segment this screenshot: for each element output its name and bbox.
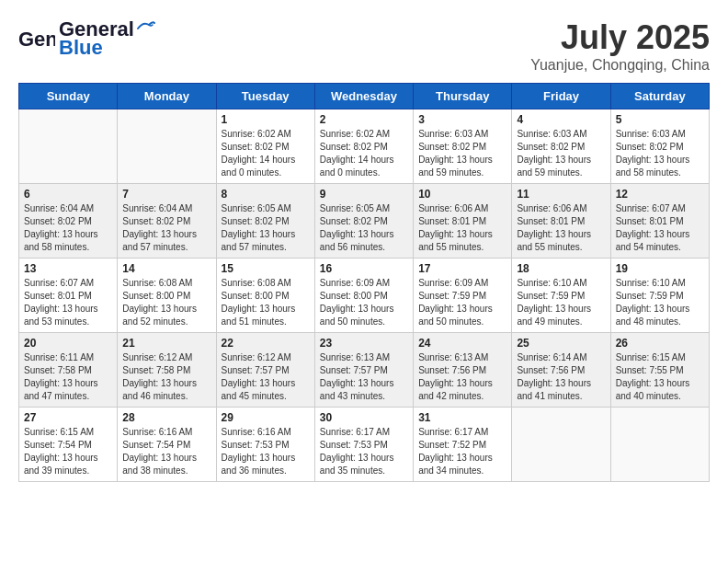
day-number: 4 [517,113,605,126]
day-info: Sunset: 7:55 PM [616,364,704,377]
day-info: Sunset: 8:00 PM [122,290,210,303]
day-number: 26 [616,337,704,350]
table-cell: 14Sunrise: 6:08 AMSunset: 8:00 PMDayligh… [118,259,216,333]
day-info: and 42 minutes. [418,390,506,403]
day-info: Sunrise: 6:15 AM [24,426,112,439]
table-cell: 20Sunrise: 6:11 AMSunset: 7:58 PMDayligh… [19,333,118,408]
day-number: 7 [122,188,210,201]
table-cell: 10Sunrise: 6:06 AMSunset: 8:01 PMDayligh… [414,184,512,259]
day-info: Sunrise: 6:02 AM [222,128,310,141]
day-info: and 41 minutes. [517,390,605,403]
day-info: Daylight: 13 hours [517,377,605,390]
day-info: Sunrise: 6:06 AM [517,202,605,215]
day-info: Daylight: 14 hours [222,154,310,167]
col-thursday: Thursday [414,84,512,109]
day-info: and 59 minutes. [517,167,605,179]
col-wednesday: Wednesday [314,84,413,109]
day-info: Sunset: 7:58 PM [24,364,112,377]
day-info: Sunrise: 6:08 AM [222,277,310,290]
day-info: Sunset: 8:00 PM [320,290,408,303]
day-info: Daylight: 13 hours [222,452,310,465]
day-info: Daylight: 13 hours [24,452,112,465]
calendar-week-3: 13Sunrise: 6:07 AMSunset: 8:01 PMDayligh… [19,259,710,333]
day-info: Sunset: 7:57 PM [222,364,310,377]
calendar-week-2: 6Sunrise: 6:04 AMSunset: 8:02 PMDaylight… [19,184,710,259]
day-info: and 34 minutes. [418,465,506,477]
day-info: Sunrise: 6:04 AM [122,202,210,215]
day-info: and 58 minutes. [616,167,704,179]
day-number: 6 [24,188,112,201]
logo: Gen General Blue [18,18,156,59]
day-number: 3 [418,113,506,126]
table-cell [512,408,610,482]
day-info: Sunrise: 6:16 AM [222,426,310,439]
day-info: Daylight: 13 hours [222,303,310,316]
table-cell: 19Sunrise: 6:10 AMSunset: 7:59 PMDayligh… [610,259,709,333]
day-info: Sunrise: 6:09 AM [418,277,506,290]
day-info: Sunset: 7:59 PM [517,290,605,303]
day-info: and 53 minutes. [24,316,112,328]
day-info: Sunrise: 6:08 AM [122,277,210,290]
day-info: and 46 minutes. [122,390,210,403]
day-info: Sunset: 8:02 PM [122,215,210,228]
day-info: Daylight: 14 hours [320,154,408,167]
day-info: and 54 minutes. [616,241,704,254]
day-number: 25 [517,337,605,350]
day-number: 16 [320,262,408,275]
table-cell: 8Sunrise: 6:05 AMSunset: 8:02 PMDaylight… [216,184,314,259]
day-info: Sunrise: 6:13 AM [320,351,408,364]
day-info: Sunset: 7:56 PM [418,364,506,377]
day-info: Daylight: 13 hours [222,228,310,241]
calendar-subtitle: Yuanjue, Chongqing, China [530,57,710,74]
table-cell: 13Sunrise: 6:07 AMSunset: 8:01 PMDayligh… [19,259,118,333]
table-cell [19,109,118,184]
logo-icon: Gen [18,20,55,57]
day-info: Sunset: 8:01 PM [616,215,704,228]
day-number: 18 [517,262,605,275]
table-cell: 30Sunrise: 6:17 AMSunset: 7:53 PMDayligh… [314,408,413,482]
day-info: Sunrise: 6:10 AM [616,277,704,290]
day-number: 9 [320,188,408,201]
day-info: and 39 minutes. [24,465,112,477]
day-info: Sunset: 8:02 PM [418,141,506,154]
day-info: Sunset: 7:59 PM [616,290,704,303]
day-info: Daylight: 13 hours [418,154,506,167]
svg-text:Gen: Gen [18,28,55,51]
day-number: 1 [222,113,310,126]
day-info: Daylight: 13 hours [616,154,704,167]
table-cell: 9Sunrise: 6:05 AMSunset: 8:02 PMDaylight… [314,184,413,259]
day-info: and 38 minutes. [122,465,210,477]
col-tuesday: Tuesday [216,84,314,109]
table-cell: 5Sunrise: 6:03 AMSunset: 8:02 PMDaylight… [610,109,709,184]
day-number: 14 [122,262,210,275]
calendar-table: Sunday Monday Tuesday Wednesday Thursday… [18,83,710,482]
table-cell: 3Sunrise: 6:03 AMSunset: 8:02 PMDaylight… [414,109,512,184]
day-info: Daylight: 13 hours [517,228,605,241]
day-number: 30 [320,411,408,424]
day-info: Sunrise: 6:12 AM [122,351,210,364]
day-info: Sunrise: 6:03 AM [418,128,506,141]
table-cell: 26Sunrise: 6:15 AMSunset: 7:55 PMDayligh… [610,333,709,408]
day-info: Daylight: 13 hours [517,154,605,167]
day-info: Daylight: 13 hours [418,228,506,241]
day-number: 5 [616,113,704,126]
day-info: Sunrise: 6:07 AM [616,202,704,215]
day-info: Sunset: 8:01 PM [24,290,112,303]
day-info: Sunrise: 6:09 AM [320,277,408,290]
day-info: Daylight: 13 hours [122,228,210,241]
title-block: July 2025 Yuanjue, Chongqing, China [530,18,710,74]
day-number: 12 [616,188,704,201]
day-info: and 59 minutes. [418,167,506,179]
table-cell: 6Sunrise: 6:04 AMSunset: 8:02 PMDaylight… [19,184,118,259]
day-info: Sunset: 7:58 PM [122,364,210,377]
day-info: Sunset: 8:02 PM [616,141,704,154]
day-number: 19 [616,262,704,275]
calendar-week-4: 20Sunrise: 6:11 AMSunset: 7:58 PMDayligh… [19,333,710,408]
table-cell: 23Sunrise: 6:13 AMSunset: 7:57 PMDayligh… [314,333,413,408]
table-cell: 1Sunrise: 6:02 AMSunset: 8:02 PMDaylight… [216,109,314,184]
day-number: 15 [222,262,310,275]
table-cell: 15Sunrise: 6:08 AMSunset: 8:00 PMDayligh… [216,259,314,333]
day-info: Sunrise: 6:07 AM [24,277,112,290]
day-info: Sunset: 7:53 PM [222,439,310,452]
calendar-title: July 2025 [530,18,710,57]
